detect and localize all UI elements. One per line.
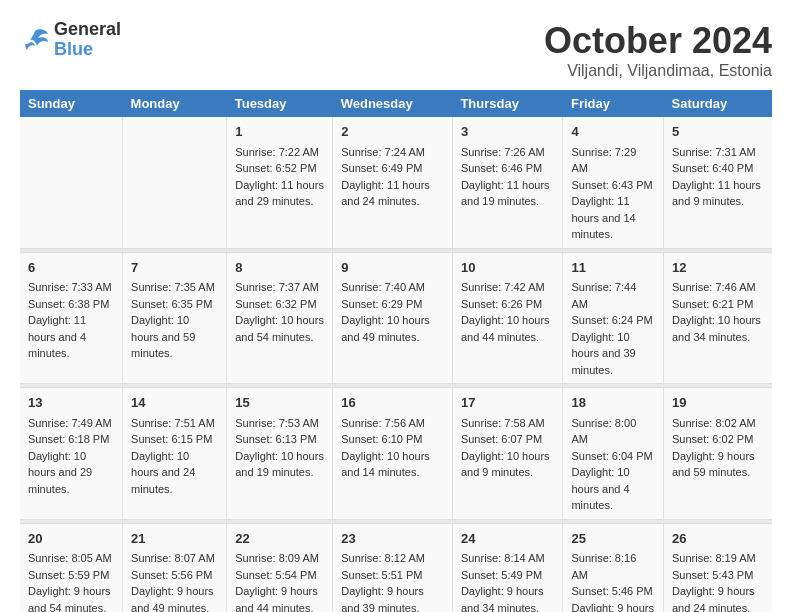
month-title: October 2024 [544, 20, 772, 62]
calendar-cell: 16Sunrise: 7:56 AMSunset: 6:10 PMDayligh… [333, 388, 453, 520]
day-number: 15 [235, 393, 324, 413]
sunset-text: Sunset: 5:49 PM [461, 569, 542, 581]
calendar-cell: 11Sunrise: 7:44 AMSunset: 6:24 PMDayligh… [563, 252, 664, 384]
daylight-text: Daylight: 10 hours and 54 minutes. [235, 314, 324, 343]
daylight-text: Daylight: 11 hours and 29 minutes. [235, 179, 324, 208]
calendar-cell: 26Sunrise: 8:19 AMSunset: 5:43 PMDayligh… [664, 523, 773, 612]
sunset-text: Sunset: 6:10 PM [341, 433, 422, 445]
location-title: Viljandi, Viljandimaa, Estonia [544, 62, 772, 80]
sunrise-text: Sunrise: 8:07 AM [131, 552, 215, 564]
sunrise-text: Sunrise: 7:31 AM [672, 146, 756, 158]
calendar-cell: 7Sunrise: 7:35 AMSunset: 6:35 PMDaylight… [123, 252, 227, 384]
sunset-text: Sunset: 6:13 PM [235, 433, 316, 445]
day-number: 16 [341, 393, 444, 413]
daylight-text: Daylight: 10 hours and 9 minutes. [461, 450, 550, 479]
sunset-text: Sunset: 5:59 PM [28, 569, 109, 581]
calendar-cell: 9Sunrise: 7:40 AMSunset: 6:29 PMDaylight… [333, 252, 453, 384]
calendar-cell: 14Sunrise: 7:51 AMSunset: 6:15 PMDayligh… [123, 388, 227, 520]
day-number: 10 [461, 258, 555, 278]
sunrise-text: Sunrise: 7:29 AM [571, 146, 636, 175]
calendar-cell: 13Sunrise: 7:49 AMSunset: 6:18 PMDayligh… [20, 388, 123, 520]
sunrise-text: Sunrise: 7:53 AM [235, 417, 319, 429]
calendar-cell: 23Sunrise: 8:12 AMSunset: 5:51 PMDayligh… [333, 523, 453, 612]
sunrise-text: Sunrise: 8:00 AM [571, 417, 636, 446]
sunrise-text: Sunrise: 7:26 AM [461, 146, 545, 158]
day-number: 6 [28, 258, 114, 278]
logo-text-general: General [54, 20, 121, 40]
sunset-text: Sunset: 5:56 PM [131, 569, 212, 581]
calendar-cell: 17Sunrise: 7:58 AMSunset: 6:07 PMDayligh… [452, 388, 563, 520]
daylight-text: Daylight: 9 hours and 49 minutes. [131, 585, 214, 612]
sunset-text: Sunset: 6:46 PM [461, 162, 542, 174]
sunset-text: Sunset: 6:38 PM [28, 298, 109, 310]
sunrise-text: Sunrise: 7:35 AM [131, 281, 215, 293]
logo: General Blue [20, 20, 121, 60]
sunset-text: Sunset: 6:02 PM [672, 433, 753, 445]
col-thursday: Thursday [452, 90, 563, 117]
calendar-cell: 18Sunrise: 8:00 AMSunset: 6:04 PMDayligh… [563, 388, 664, 520]
day-number: 26 [672, 529, 764, 549]
daylight-text: Daylight: 11 hours and 14 minutes. [571, 195, 635, 240]
sunrise-text: Sunrise: 7:56 AM [341, 417, 425, 429]
sunrise-text: Sunrise: 7:44 AM [571, 281, 636, 310]
daylight-text: Daylight: 10 hours and 39 minutes. [571, 331, 635, 376]
day-number: 24 [461, 529, 555, 549]
logo-icon [20, 26, 50, 54]
sunrise-text: Sunrise: 8:02 AM [672, 417, 756, 429]
calendar-cell: 20Sunrise: 8:05 AMSunset: 5:59 PMDayligh… [20, 523, 123, 612]
calendar-cell: 19Sunrise: 8:02 AMSunset: 6:02 PMDayligh… [664, 388, 773, 520]
day-number: 20 [28, 529, 114, 549]
sunrise-text: Sunrise: 8:09 AM [235, 552, 319, 564]
sunrise-text: Sunrise: 8:14 AM [461, 552, 545, 564]
calendar-week-row: 13Sunrise: 7:49 AMSunset: 6:18 PMDayligh… [20, 388, 772, 520]
sunset-text: Sunset: 6:40 PM [672, 162, 753, 174]
title-section: October 2024 Viljandi, Viljandimaa, Esto… [544, 20, 772, 80]
sunset-text: Sunset: 6:24 PM [571, 314, 652, 326]
daylight-text: Daylight: 11 hours and 4 minutes. [28, 314, 86, 359]
sunrise-text: Sunrise: 7:46 AM [672, 281, 756, 293]
sunrise-text: Sunrise: 8:19 AM [672, 552, 756, 564]
sunrise-text: Sunrise: 7:40 AM [341, 281, 425, 293]
calendar-table: Sunday Monday Tuesday Wednesday Thursday… [20, 90, 772, 612]
sunset-text: Sunset: 6:18 PM [28, 433, 109, 445]
day-number: 9 [341, 258, 444, 278]
calendar-cell: 4Sunrise: 7:29 AMSunset: 6:43 PMDaylight… [563, 117, 664, 248]
daylight-text: Daylight: 9 hours and 44 minutes. [235, 585, 318, 612]
daylight-text: Daylight: 11 hours and 24 minutes. [341, 179, 430, 208]
daylight-text: Daylight: 10 hours and 14 minutes. [341, 450, 430, 479]
sunset-text: Sunset: 6:32 PM [235, 298, 316, 310]
calendar-cell: 22Sunrise: 8:09 AMSunset: 5:54 PMDayligh… [227, 523, 333, 612]
sunrise-text: Sunrise: 7:42 AM [461, 281, 545, 293]
calendar-cell: 5Sunrise: 7:31 AMSunset: 6:40 PMDaylight… [664, 117, 773, 248]
sunset-text: Sunset: 6:49 PM [341, 162, 422, 174]
sunset-text: Sunset: 6:21 PM [672, 298, 753, 310]
calendar-cell: 1Sunrise: 7:22 AMSunset: 6:52 PMDaylight… [227, 117, 333, 248]
day-number: 5 [672, 122, 764, 142]
page-header: General Blue October 2024 Viljandi, Vilj… [20, 20, 772, 80]
daylight-text: Daylight: 10 hours and 44 minutes. [461, 314, 550, 343]
daylight-text: Daylight: 9 hours and 24 minutes. [672, 585, 755, 612]
calendar-cell [20, 117, 123, 248]
calendar-cell: 8Sunrise: 7:37 AMSunset: 6:32 PMDaylight… [227, 252, 333, 384]
day-number: 19 [672, 393, 764, 413]
col-tuesday: Tuesday [227, 90, 333, 117]
day-number: 11 [571, 258, 655, 278]
col-monday: Monday [123, 90, 227, 117]
sunrise-text: Sunrise: 7:51 AM [131, 417, 215, 429]
sunset-text: Sunset: 5:54 PM [235, 569, 316, 581]
sunset-text: Sunset: 6:15 PM [131, 433, 212, 445]
day-number: 3 [461, 122, 555, 142]
calendar-cell: 10Sunrise: 7:42 AMSunset: 6:26 PMDayligh… [452, 252, 563, 384]
calendar-header-row: Sunday Monday Tuesday Wednesday Thursday… [20, 90, 772, 117]
day-number: 14 [131, 393, 218, 413]
calendar-cell: 3Sunrise: 7:26 AMSunset: 6:46 PMDaylight… [452, 117, 563, 248]
sunrise-text: Sunrise: 8:12 AM [341, 552, 425, 564]
calendar-week-row: 6Sunrise: 7:33 AMSunset: 6:38 PMDaylight… [20, 252, 772, 384]
daylight-text: Daylight: 9 hours and 34 minutes. [461, 585, 544, 612]
calendar-cell: 24Sunrise: 8:14 AMSunset: 5:49 PMDayligh… [452, 523, 563, 612]
daylight-text: Daylight: 11 hours and 9 minutes. [672, 179, 761, 208]
calendar-week-row: 20Sunrise: 8:05 AMSunset: 5:59 PMDayligh… [20, 523, 772, 612]
col-wednesday: Wednesday [333, 90, 453, 117]
day-number: 8 [235, 258, 324, 278]
daylight-text: Daylight: 10 hours and 24 minutes. [131, 450, 195, 495]
